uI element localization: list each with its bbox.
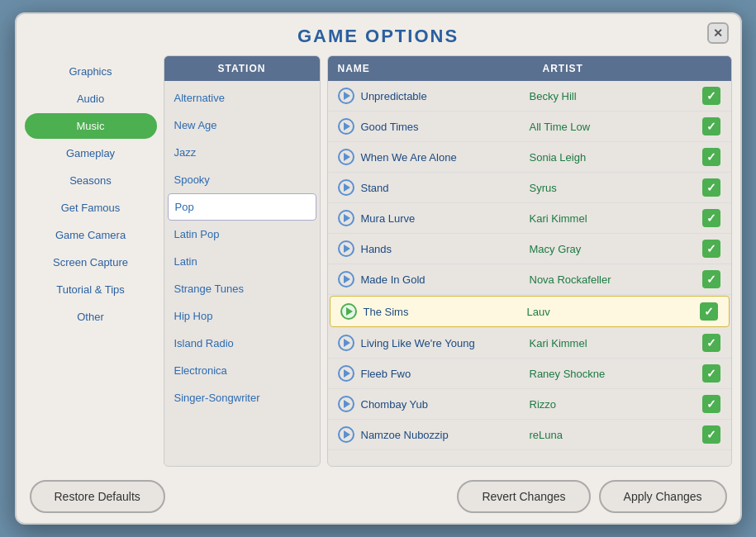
track-checkbox[interactable]: ✓ [692, 302, 725, 321]
sidebar-item-other[interactable]: Other [25, 304, 157, 330]
track-artist: Nova Rockafeller [530, 273, 695, 286]
station-item[interactable]: Spooky [164, 166, 320, 193]
track-row[interactable]: StandSyrus✓ [328, 173, 731, 203]
game-options-modal: Game Options ✕ GraphicsAudioMusicGamepla… [15, 12, 742, 525]
play-icon[interactable] [336, 86, 356, 106]
tracks-col-name: Name [328, 56, 533, 81]
track-artist: Kari Kimmel [530, 212, 695, 225]
track-row[interactable]: Fleeb FwoRaney Shockne✓ [328, 359, 731, 389]
sidebar-item-game-camera[interactable]: Game Camera [25, 222, 157, 248]
station-item[interactable]: Latin Pop [164, 221, 320, 248]
track-artist: Rizzo [530, 398, 695, 411]
station-item[interactable]: Electronica [164, 357, 320, 384]
tracks-list: UnpredictableBecky Hill✓Good TimesAll Ti… [328, 81, 731, 466]
play-icon[interactable] [336, 239, 356, 259]
play-icon[interactable] [336, 394, 356, 414]
track-checkbox[interactable]: ✓ [695, 148, 728, 166]
station-item[interactable]: Jazz [164, 139, 320, 166]
track-checkbox[interactable]: ✓ [695, 87, 728, 105]
track-row[interactable]: Namzoe NubozzipreLuna✓ [328, 420, 731, 450]
track-name: The Sims [364, 306, 527, 318]
track-checkbox[interactable]: ✓ [695, 270, 728, 288]
tracks-col-artist: Artist [533, 56, 698, 81]
track-checkbox[interactable]: ✓ [695, 178, 728, 197]
modal-body: GraphicsAudioMusicGameplaySeasonsGet Fam… [17, 55, 740, 473]
footer-right-buttons: Revert Changes Apply Changes [457, 480, 726, 513]
track-checkbox[interactable]: ✓ [695, 240, 728, 258]
track-row[interactable]: HandsMacy Gray✓ [328, 234, 731, 264]
station-item[interactable]: Latin [164, 248, 320, 275]
station-item[interactable]: Hip Hop [164, 302, 320, 330]
track-name: Unpredictable [361, 90, 530, 102]
track-artist: Sonia Leigh [530, 151, 695, 164]
play-icon[interactable] [336, 425, 356, 444]
sidebar-item-screen-capture[interactable]: Screen Capture [25, 249, 157, 275]
restore-defaults-button[interactable]: Restore Defaults [30, 480, 165, 513]
track-row[interactable]: Living Like We're YoungKari Kimmel✓ [328, 328, 731, 359]
play-icon[interactable] [339, 302, 359, 321]
station-item[interactable]: Singer-Songwriter [164, 384, 320, 411]
track-name: Hands [361, 243, 530, 255]
track-name: Chombay Yub [361, 398, 530, 411]
sidebar-item-tutorial-tips[interactable]: Tutorial & Tips [25, 277, 157, 302]
tracks-panel: Name Artist UnpredictableBecky Hill✓Good… [327, 55, 732, 467]
play-icon[interactable] [336, 178, 356, 197]
tracks-col-check [698, 56, 731, 81]
apply-changes-button[interactable]: Apply Changes [599, 480, 727, 513]
track-name: Made In Gold [361, 273, 530, 286]
tracks-header: Name Artist [328, 56, 731, 81]
track-checkbox[interactable]: ✓ [695, 117, 728, 135]
sidebar-item-gameplay[interactable]: Gameplay [25, 140, 157, 166]
sidebar-item-seasons[interactable]: Seasons [25, 168, 157, 193]
close-button[interactable]: ✕ [707, 22, 729, 44]
track-checkbox[interactable]: ✓ [695, 209, 728, 227]
track-artist: Lauv [527, 306, 692, 318]
station-item[interactable]: Island Radio [164, 330, 320, 357]
track-artist: Macy Gray [530, 243, 695, 255]
track-name: Stand [361, 182, 530, 194]
track-artist: Becky Hill [530, 90, 695, 102]
track-checkbox[interactable]: ✓ [695, 425, 728, 444]
play-icon[interactable] [336, 269, 356, 289]
left-nav: GraphicsAudioMusicGameplaySeasonsGet Fam… [25, 55, 157, 467]
track-row[interactable]: The SimsLauv✓ [330, 296, 730, 327]
track-row[interactable]: Mura LurveKari Kimmel✓ [328, 203, 731, 234]
track-row[interactable]: When We Are AloneSonia Leigh✓ [328, 142, 731, 173]
modal-title: Game Options [297, 26, 459, 46]
track-artist: Kari Kimmel [530, 337, 695, 349]
track-checkbox[interactable]: ✓ [695, 364, 728, 383]
track-name: Good Times [361, 121, 530, 133]
track-artist: All Time Low [530, 121, 695, 133]
revert-changes-button[interactable]: Revert Changes [457, 480, 590, 513]
station-item[interactable]: Alternative [164, 84, 320, 112]
track-row[interactable]: Made In GoldNova Rockafeller✓ [328, 264, 731, 295]
modal-header: Game Options ✕ [17, 14, 740, 55]
track-row[interactable]: Good TimesAll Time Low✓ [328, 112, 731, 142]
sidebar-item-graphics[interactable]: Graphics [25, 59, 157, 84]
track-artist: reLuna [530, 429, 695, 441]
track-checkbox[interactable]: ✓ [695, 334, 728, 352]
track-name: Living Like We're Young [361, 337, 530, 349]
track-row[interactable]: Chombay YubRizzo✓ [328, 389, 731, 420]
sidebar-item-music[interactable]: Music [25, 113, 157, 139]
track-artist: Syrus [530, 182, 695, 194]
sidebar-item-audio[interactable]: Audio [25, 86, 157, 112]
station-panel: Station AlternativeNew AgeJazzSpookyPopL… [164, 55, 321, 467]
track-checkbox[interactable]: ✓ [695, 395, 728, 413]
station-item[interactable]: Pop [168, 193, 316, 221]
modal-footer: Restore Defaults Revert Changes Apply Ch… [17, 473, 740, 523]
play-icon[interactable] [336, 116, 356, 136]
track-row[interactable]: UnpredictableBecky Hill✓ [328, 81, 731, 112]
play-icon[interactable] [336, 364, 356, 383]
track-name: Fleeb Fwo [361, 368, 530, 380]
play-icon[interactable] [336, 333, 356, 353]
track-name: When We Are Alone [361, 151, 530, 164]
play-icon[interactable] [336, 208, 356, 228]
station-item[interactable]: New Age [164, 112, 320, 139]
track-artist: Raney Shockne [530, 368, 695, 380]
station-list: AlternativeNew AgeJazzSpookyPopLatin Pop… [164, 81, 320, 466]
play-icon[interactable] [336, 147, 356, 167]
station-panel-header: Station [164, 56, 320, 81]
station-item[interactable]: Strange Tunes [164, 275, 320, 302]
sidebar-item-get-famous[interactable]: Get Famous [25, 195, 157, 221]
